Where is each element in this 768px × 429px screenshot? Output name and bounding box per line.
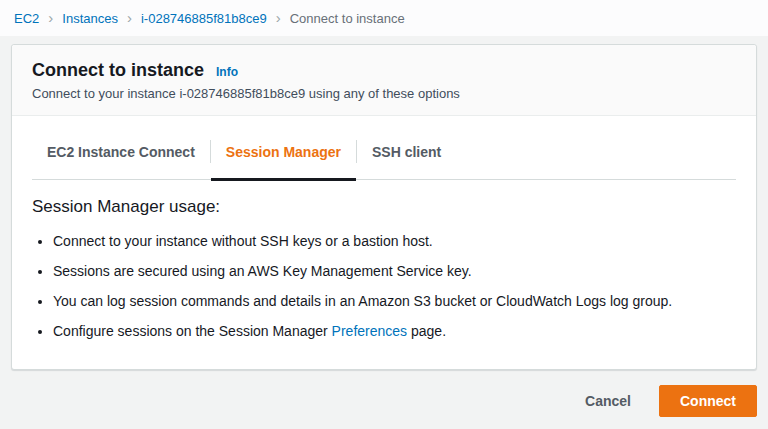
chevron-right-icon: › <box>276 10 281 25</box>
panel-title-row: Connect to instance Info <box>32 60 736 81</box>
breadcrumb-current-page: Connect to instance <box>290 11 405 26</box>
connect-options-tabs: EC2 Instance Connect Session Manager SSH… <box>32 134 736 180</box>
usage-list: Connect to your instance without SSH key… <box>32 234 736 339</box>
info-link[interactable]: Info <box>216 65 238 79</box>
breadcrumb-link-ec2[interactable]: EC2 <box>14 11 39 26</box>
list-item: Configure sessions on the Session Manage… <box>53 324 736 339</box>
chevron-right-icon: › <box>48 10 53 25</box>
connect-to-instance-panel: Connect to instance Info Connect to your… <box>11 44 757 370</box>
list-item: Sessions are secured using an AWS Key Ma… <box>53 264 736 279</box>
list-item: Connect to your instance without SSH key… <box>53 234 736 249</box>
tab-session-manager[interactable]: Session Manager <box>211 134 356 179</box>
chevron-right-icon: › <box>127 10 132 25</box>
connect-button[interactable]: Connect <box>659 385 757 417</box>
panel-subtitle: Connect to your instance i-028746885f81b… <box>32 86 736 101</box>
list-item: You can log session commands and details… <box>53 294 736 309</box>
tab-ec2-instance-connect[interactable]: EC2 Instance Connect <box>32 134 210 179</box>
usage-heading: Session Manager usage: <box>32 196 736 218</box>
footer-actions: Cancel Connect <box>11 385 757 417</box>
page-title: Connect to instance <box>32 60 204 81</box>
breadcrumb-link-instance-id[interactable]: i-028746885f81b8ce9 <box>141 11 267 26</box>
breadcrumb: EC2 › Instances › i-028746885f81b8ce9 › … <box>0 0 768 36</box>
cancel-button[interactable]: Cancel <box>571 387 645 415</box>
bullet-text-after: page. <box>407 323 446 339</box>
panel-header: Connect to instance Info Connect to your… <box>12 45 756 116</box>
tab-ssh-client[interactable]: SSH client <box>357 134 456 179</box>
bullet-text-before: Configure sessions on the Session Manage… <box>53 323 332 339</box>
breadcrumb-link-instances[interactable]: Instances <box>62 11 118 26</box>
session-manager-tab-content: Session Manager usage: Connect to your i… <box>12 180 756 369</box>
preferences-link[interactable]: Preferences <box>332 323 407 339</box>
